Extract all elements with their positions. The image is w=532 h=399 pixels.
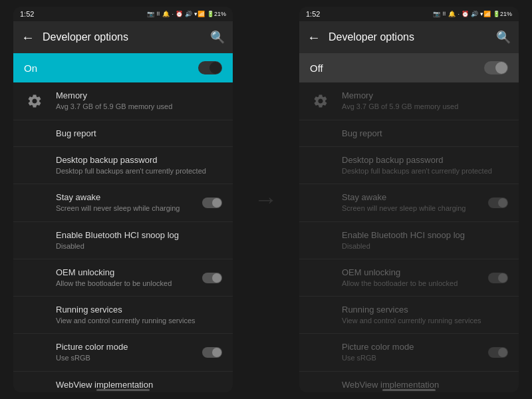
status-icons: 📷 ⠿ 🔔 · ⏰ 🔊 ▾📶 🔋21%: [147, 11, 226, 17]
setting-item-8[interactable]: WebView implementation Android System We…: [299, 372, 519, 390]
back-button[interactable]: ←: [307, 30, 321, 45]
setting-text: Enable Bluetooth HCI snoop log Disabled: [342, 230, 508, 251]
home-indicator: [382, 389, 436, 391]
item-toggle-switch[interactable]: [488, 198, 508, 208]
setting-item-0[interactable]: Memory Avg 3.7 GB of 5.9 GB memory used: [13, 82, 233, 120]
setting-item-5[interactable]: OEM unlocking Allow the bootloader to be…: [299, 259, 519, 297]
dot-icon: ·: [172, 11, 174, 17]
bottom-bar: [13, 390, 233, 392]
alarm-icon: ⏰: [462, 11, 469, 17]
instagram-icon: 📷: [147, 11, 154, 17]
setting-title: Bug report: [342, 128, 508, 138]
setting-text: Desktop backup password Desktop full bac…: [342, 155, 508, 176]
setting-subtitle: View and control currently running servi…: [56, 316, 222, 325]
gear-icon: [24, 90, 45, 112]
toggle-knob: [495, 62, 507, 74]
setting-item-1[interactable]: Bug report: [299, 120, 519, 147]
setting-title: Picture color mode: [56, 342, 192, 352]
setting-title: OEM unlocking: [56, 267, 192, 277]
setting-title: Picture color mode: [342, 342, 477, 352]
status-bar: 1:52 📷 ⠿ 🔔 · ⏰ 🔊 ▾📶 🔋21%: [13, 7, 233, 21]
phone-panel-panel-on: 1:52 📷 ⠿ 🔔 · ⏰ 🔊 ▾📶 🔋21% ← Developer opt…: [13, 7, 233, 392]
setting-subtitle: Avg 3.7 GB of 5.9 GB memory used: [56, 102, 222, 111]
setting-title: Desktop backup password: [342, 155, 508, 165]
item-toggle-knob: [498, 273, 507, 283]
setting-text: WebView implementation Android System We…: [342, 380, 508, 390]
item-toggle-knob: [212, 348, 221, 357]
setting-text: Picture color mode Use sRGB: [56, 342, 192, 362]
top-bar: ← Developer options 🔍: [13, 21, 233, 53]
item-toggle-knob: [498, 348, 507, 357]
setting-item-0[interactable]: Memory Avg 3.7 GB of 5.9 GB memory used: [299, 82, 519, 120]
setting-subtitle: Allow the bootloader to be unlocked: [342, 279, 477, 288]
setting-item-3[interactable]: Stay awake Screen will never sleep while…: [13, 184, 233, 221]
back-button[interactable]: ←: [21, 30, 35, 45]
item-toggle-switch[interactable]: [202, 198, 222, 208]
wifi-icon: ▾📶: [194, 11, 205, 17]
main-toggle-switch[interactable]: [484, 61, 508, 74]
setting-item-6[interactable]: Running services View and control curren…: [13, 297, 233, 334]
signal-dots-icon: ⠿: [156, 11, 160, 17]
setting-text: Enable Bluetooth HCI snoop log Disabled: [56, 230, 222, 251]
setting-item-4[interactable]: Enable Bluetooth HCI snoop log Disabled: [13, 222, 233, 259]
developer-toggle-row[interactable]: Off: [299, 53, 519, 82]
setting-item-2[interactable]: Desktop backup password Desktop full bac…: [299, 147, 519, 184]
developer-toggle-row[interactable]: On: [13, 53, 233, 82]
setting-text: Running services View and control curren…: [56, 305, 222, 325]
setting-item-6[interactable]: Running services View and control curren…: [299, 297, 519, 334]
item-toggle-knob: [498, 198, 507, 207]
dot-icon: ·: [458, 11, 460, 17]
page-title: Developer options: [43, 31, 202, 43]
setting-subtitle: Disabled: [56, 241, 222, 251]
setting-text: Bug report: [56, 128, 222, 138]
page-title: Developer options: [329, 31, 488, 43]
main-toggle-switch[interactable]: [198, 61, 222, 74]
item-toggle-knob: [212, 273, 221, 283]
home-indicator: [96, 389, 150, 391]
wifi-icon: ▾📶: [480, 11, 491, 17]
setting-item-3[interactable]: Stay awake Screen will never sleep while…: [299, 184, 519, 221]
item-toggle-switch[interactable]: [202, 347, 222, 358]
item-toggle-switch[interactable]: [202, 273, 222, 283]
setting-item-1[interactable]: Bug report: [13, 120, 233, 147]
item-toggle-switch[interactable]: [488, 347, 508, 358]
setting-subtitle: Allow the bootloader to be unlocked: [56, 279, 192, 288]
setting-item-8[interactable]: WebView implementation Android System We…: [13, 372, 233, 390]
toggle-label: On: [24, 63, 37, 74]
volume-icon: 🔊: [185, 11, 192, 17]
setting-item-7[interactable]: Picture color mode Use sRGB: [13, 334, 233, 371]
setting-text: WebView implementation Android System We…: [56, 380, 222, 390]
bell-icon: 🔔: [448, 11, 456, 17]
search-button[interactable]: 🔍: [496, 30, 511, 45]
setting-subtitle: Screen will never sleep while charging: [342, 203, 477, 213]
setting-title: Enable Bluetooth HCI snoop log: [342, 230, 508, 240]
status-icons: 📷 ⠿ 🔔 · ⏰ 🔊 ▾📶 🔋21%: [433, 11, 512, 17]
search-button[interactable]: 🔍: [210, 30, 225, 45]
setting-item-2[interactable]: Desktop backup password Desktop full bac…: [13, 147, 233, 184]
setting-item-5[interactable]: OEM unlocking Allow the bootloader to be…: [13, 259, 233, 297]
setting-title: Running services: [56, 305, 222, 315]
item-toggle-knob: [212, 198, 221, 207]
setting-subtitle: Use sRGB: [56, 353, 192, 362]
setting-text: Stay awake Screen will never sleep while…: [56, 192, 192, 213]
arrow-section: →: [239, 186, 293, 213]
setting-subtitle: Use sRGB: [342, 353, 477, 362]
setting-subtitle: Screen will never sleep while charging: [56, 203, 192, 213]
setting-item-4[interactable]: Enable Bluetooth HCI snoop log Disabled: [299, 222, 519, 259]
item-toggle-switch[interactable]: [488, 273, 508, 283]
setting-text: Stay awake Screen will never sleep while…: [342, 192, 477, 213]
setting-subtitle: Disabled: [342, 241, 508, 251]
setting-text: Memory Avg 3.7 GB of 5.9 GB memory used: [56, 90, 222, 111]
top-bar: ← Developer options 🔍: [299, 21, 519, 53]
battery-icon: 🔋21%: [493, 11, 512, 17]
setting-text: OEM unlocking Allow the bootloader to be…: [56, 267, 192, 288]
setting-subtitle: View and control currently running servi…: [342, 316, 508, 325]
setting-subtitle: Desktop full backups aren't currently pr…: [342, 166, 508, 176]
setting-item-7[interactable]: Picture color mode Use sRGB: [299, 334, 519, 371]
status-bar: 1:52 📷 ⠿ 🔔 · ⏰ 🔊 ▾📶 🔋21%: [299, 7, 519, 21]
gear-icon: [310, 90, 331, 112]
setting-title: Stay awake: [56, 192, 192, 202]
battery-icon: 🔋21%: [207, 11, 226, 17]
setting-title: Memory: [56, 90, 222, 100]
settings-list: Memory Avg 3.7 GB of 5.9 GB memory used …: [13, 82, 233, 390]
